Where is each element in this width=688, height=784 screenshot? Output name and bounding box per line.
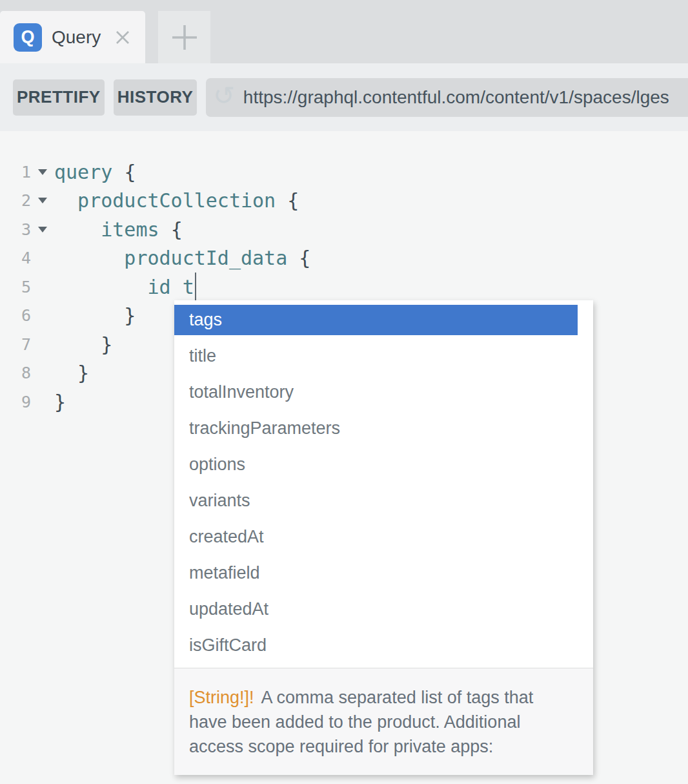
new-tab-button[interactable] [158, 11, 210, 63]
editor-line[interactable]: 5 id t [0, 273, 688, 302]
line-number: 2 [0, 191, 31, 210]
autocomplete-item[interactable]: totalInventory [174, 377, 578, 407]
code-text: } [54, 362, 89, 384]
line-number: 6 [0, 306, 31, 325]
autocomplete-popup: tagstitletotalInventorytrackingParameter… [174, 300, 593, 775]
autocomplete-item[interactable]: title [174, 341, 578, 371]
history-button[interactable]: HISTORY [114, 79, 197, 116]
code-text: items { [54, 218, 183, 241]
code-text: id t [54, 273, 196, 302]
code-token: { [124, 161, 136, 183]
autocomplete-item[interactable]: variants [174, 486, 578, 516]
autocomplete-item[interactable]: tags [174, 305, 578, 335]
code-text: } [54, 333, 112, 356]
code-token: { [299, 247, 310, 269]
chevron-down-icon [38, 198, 47, 203]
autocomplete-item[interactable]: metafield [174, 558, 578, 588]
line-number: 4 [0, 249, 31, 267]
code-token: } [54, 391, 66, 413]
line-number: 8 [0, 364, 31, 382]
code-token: { [171, 218, 183, 241]
plus-icon [170, 23, 199, 52]
autocomplete-item[interactable]: createdAt [174, 522, 578, 552]
editor-line[interactable]: 2 productCollection { [0, 187, 688, 216]
code-text: } [54, 391, 66, 413]
toolbar: PRETTIFY HISTORY ↺ https://graphql.conte… [0, 63, 688, 131]
autocomplete-item[interactable]: updatedAt [174, 594, 578, 624]
tab-label: Query [52, 27, 101, 48]
code-text: productCollection { [54, 189, 299, 212]
endpoint-url-input[interactable]: ↺ https://graphql.contentful.com/content… [206, 78, 688, 117]
prettify-button[interactable]: PRETTIFY [13, 79, 105, 116]
editor-line[interactable]: 1query { [0, 158, 688, 187]
code-token: } [54, 333, 112, 356]
line-number: 1 [0, 163, 31, 181]
fold-arrow-icon[interactable] [31, 169, 54, 175]
field-type-badge: [String!]! [189, 688, 254, 707]
code-token: query [54, 161, 124, 183]
autocomplete-field-info: [String!]!A comma separated list of tags… [174, 668, 593, 775]
line-number: 9 [0, 393, 31, 411]
close-tab-icon[interactable] [113, 28, 132, 47]
undo-endpoint-icon[interactable]: ↺ [213, 83, 235, 108]
tab-query[interactable]: Q Query [0, 11, 145, 63]
code-token: } [54, 304, 136, 327]
autocomplete-item[interactable]: trackingParameters [174, 413, 578, 444]
code-token: id t [54, 276, 194, 298]
endpoint-url-text: https://graphql.contentful.com/content/v… [243, 87, 669, 108]
editor-line[interactable]: 3 items { [0, 215, 688, 244]
autocomplete-item[interactable]: options [174, 449, 578, 480]
chevron-down-icon [38, 169, 47, 175]
code-token: items [54, 218, 171, 241]
code-token: productId_data [54, 247, 299, 269]
autocomplete-item[interactable]: isGiftCard [174, 630, 578, 661]
code-token: productCollection [54, 189, 287, 212]
autocomplete-list: tagstitletotalInventorytrackingParameter… [174, 300, 593, 668]
editor-line[interactable]: 4 productId_data { [0, 244, 688, 273]
chevron-down-icon [38, 227, 47, 232]
fold-arrow-icon[interactable] [31, 227, 54, 232]
line-number: 3 [0, 220, 31, 239]
code-token: } [54, 362, 89, 384]
fold-arrow-icon[interactable] [31, 198, 54, 203]
line-number: 5 [0, 278, 31, 296]
code-text: } [54, 304, 136, 327]
code-text: query { [54, 161, 136, 183]
query-tab-badge-icon: Q [14, 23, 42, 52]
line-number: 7 [0, 335, 31, 354]
text-cursor [195, 273, 196, 302]
code-text: productId_data { [54, 247, 310, 269]
code-token: { [287, 189, 299, 212]
tab-bar: Q Query [0, 0, 688, 63]
